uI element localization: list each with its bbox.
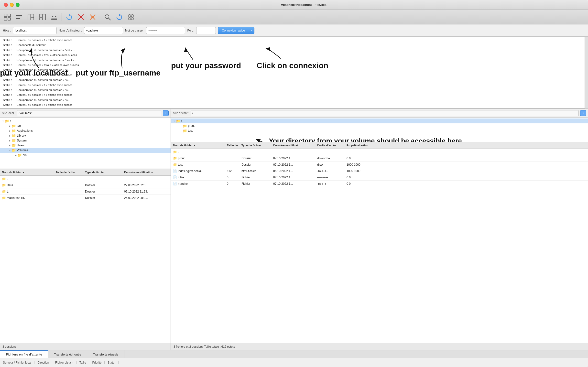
- remote-path-dropdown[interactable]: ▾: [580, 110, 586, 116]
- site-manager-button[interactable]: [2, 12, 13, 22]
- remote-file-row[interactable]: 📄infile 0 Fichier 07.10.2022 1... -rw-r-…: [171, 174, 588, 181]
- tree-item-label: Library: [17, 134, 26, 137]
- refresh-button[interactable]: [114, 12, 125, 22]
- tree-item-remote-root[interactable]: ▾ 📁 /: [171, 119, 588, 123]
- tree-item-vol[interactable]: ▶ 📁 .vol: [0, 123, 171, 128]
- remote-tree-toggle-button[interactable]: [37, 12, 48, 22]
- svg-rect-5: [16, 17, 22, 17]
- remote-status-text: 3 fichiers et 2 dossiers. Taille totale …: [174, 345, 235, 348]
- local-tree-toggle-button[interactable]: [25, 12, 36, 22]
- filedate-cell: 26.03.2022 08:2...: [124, 196, 171, 200]
- stop-button[interactable]: [76, 12, 86, 22]
- queue-col-status: Statut: [108, 361, 118, 364]
- remote-path-input[interactable]: [191, 110, 579, 116]
- remote-file-list-header: Nom de fichier ▲ Taille de fichie... Typ…: [171, 142, 588, 149]
- log-area: Statut : Contenu du dossier « / » affich…: [0, 37, 585, 108]
- log-line: Statut : Déconnecté du serveur: [0, 43, 585, 47]
- log-line: Statut : Contenu du dossier « / » affich…: [0, 102, 585, 107]
- filename-cell: 📁Macintosh HD: [2, 196, 56, 200]
- tree-item-root[interactable]: ▾ 📁 /: [0, 119, 171, 123]
- tree-item-applications[interactable]: ▶ 📁 Applications: [0, 128, 171, 133]
- local-file-row[interactable]: 📁Data Dossier 27.08.2022 02:0...: [0, 182, 171, 188]
- local-panel-label: Site local :: [2, 111, 15, 115]
- queue-tab-pending[interactable]: Fichiers en file d'attente: [0, 350, 48, 358]
- folder-icon: 📁: [176, 119, 180, 123]
- remote-filename-cell: 📄marche: [173, 182, 227, 185]
- remote-file-row[interactable]: 📄marche 0 Fichier 07.10.2022 1... -rw-r-…: [171, 181, 588, 187]
- svg-rect-7: [28, 14, 30, 20]
- svg-rect-9: [31, 17, 34, 20]
- connection-bar: Hôte : Nom d'utilisateur : Mot de passe …: [0, 24, 588, 37]
- tree-item-label: /: [10, 119, 11, 123]
- search-button[interactable]: [102, 12, 113, 22]
- close-button[interactable]: [4, 3, 8, 7]
- local-file-list-header: Nom de fichier ▲ Taille de fichie... Typ…: [0, 169, 171, 176]
- username-input[interactable]: [84, 27, 123, 34]
- folder-icon: 📁: [12, 124, 16, 128]
- tree-item-volumes[interactable]: ▾ 📁 Volumes: [0, 148, 171, 153]
- host-label: Hôte :: [3, 29, 11, 32]
- connect-dropdown-button[interactable]: ▾: [249, 27, 254, 34]
- tree-item-label: prout: [188, 124, 195, 128]
- minimize-button[interactable]: [10, 3, 14, 7]
- log-line: Statut : Récupération du contenu du doss…: [0, 87, 585, 92]
- log-scrollbar[interactable]: [585, 37, 588, 108]
- local-panel-header: Site local : ▾: [0, 109, 171, 118]
- remote-owner-cell: 0 0: [347, 157, 586, 160]
- disconnect-button[interactable]: [87, 12, 98, 22]
- local-file-row[interactable]: 📁..: [0, 176, 171, 182]
- local-file-row[interactable]: 📁Macintosh HD Dossier 26.03.2022 08:2...: [0, 195, 171, 201]
- remote-panel-header: Site distant : ▾: [171, 109, 588, 118]
- folder-icon: 📁: [12, 139, 16, 142]
- local-path-dropdown[interactable]: ▾: [163, 110, 169, 116]
- local-file-list: Nom de fichier ▲ Taille de fichie... Typ…: [0, 169, 171, 343]
- tree-item-users[interactable]: ▶ 📁 Users: [0, 143, 171, 148]
- remote-filename-cell: 📁prout: [173, 156, 227, 160]
- tree-item-system[interactable]: ▶ 📁 System: [0, 138, 171, 143]
- remote-type-cell: Fichier: [241, 182, 273, 185]
- tree-item-test[interactable]: 📁 test: [171, 128, 588, 133]
- remote-file-row[interactable]: 📁prout Dossier 07.10.2022 1... drwxr-xr-…: [171, 155, 588, 162]
- svg-rect-3: [8, 18, 11, 20]
- reconnect-button[interactable]: [64, 12, 75, 22]
- queue-col-server: Serveur / Fichier local: [3, 361, 34, 364]
- svg-rect-11: [40, 17, 42, 20]
- log-line: Statut : Contenu du dossier « / » affich…: [0, 83, 585, 87]
- connect-button[interactable]: Connexion rapide: [218, 27, 249, 34]
- transfer-queue-button[interactable]: [49, 12, 60, 22]
- tree-item-label: Volumes: [17, 149, 28, 152]
- remote-filename-cell: 📁..: [173, 150, 227, 154]
- tree-item-label: .vol: [17, 124, 22, 128]
- folder-icon: 📁: [183, 129, 187, 133]
- tree-item-bin[interactable]: ▶ 📁 bin: [0, 153, 171, 158]
- remote-file-row[interactable]: 📁..: [171, 149, 588, 155]
- remote-date-cell: 07.10.2022 1...: [273, 182, 317, 185]
- queue-col-priority: Priorité: [92, 361, 105, 364]
- password-input[interactable]: [146, 27, 185, 34]
- tree-item-prout[interactable]: 📁 prout: [171, 123, 588, 128]
- log-line: Statut : Récupération du contenu du doss…: [0, 67, 585, 72]
- host-input[interactable]: [13, 27, 57, 34]
- remote-file-row[interactable]: 📄index.nginx-debia... 612 html-fichier 0…: [171, 168, 588, 174]
- remote-type-cell: html-fichier: [241, 169, 273, 173]
- remote-date-cell: 05.10.2022 1...: [273, 169, 317, 173]
- local-panel: Site local : ▾ ▾ 📁 / ▶ 📁 .vol ▶ 📁: [0, 109, 171, 350]
- filter-button[interactable]: [126, 12, 136, 22]
- log-toggle-button[interactable]: [14, 12, 24, 22]
- tree-item-library[interactable]: ▶ 📁 Library: [0, 133, 171, 138]
- filetype-cell: Dossier: [85, 184, 124, 187]
- local-path-input[interactable]: [17, 110, 161, 116]
- queue-tab-success[interactable]: Transferts réussis: [87, 350, 124, 358]
- log-line: Statut : Contenu du dossier « / » affich…: [0, 73, 585, 77]
- queue-tab-failed[interactable]: Transferts échoués: [48, 350, 87, 358]
- svg-rect-6: [16, 18, 20, 19]
- remote-file-row[interactable]: 📁test Dossier 07.10.2022 1... drwx------…: [171, 162, 588, 168]
- local-file-row[interactable]: 📁L Dossier 07.10.2022 11:23...: [0, 188, 171, 195]
- remote-owner-cell: 1000 1000: [347, 163, 586, 166]
- remote-size-cell: 0: [227, 182, 241, 185]
- maximize-button[interactable]: [16, 3, 20, 7]
- svg-point-26: [128, 17, 131, 20]
- log-line: Statut : Récupération du contenu du doss…: [0, 97, 585, 102]
- port-input[interactable]: [196, 27, 216, 34]
- remote-rights-cell: drwx------: [317, 163, 347, 166]
